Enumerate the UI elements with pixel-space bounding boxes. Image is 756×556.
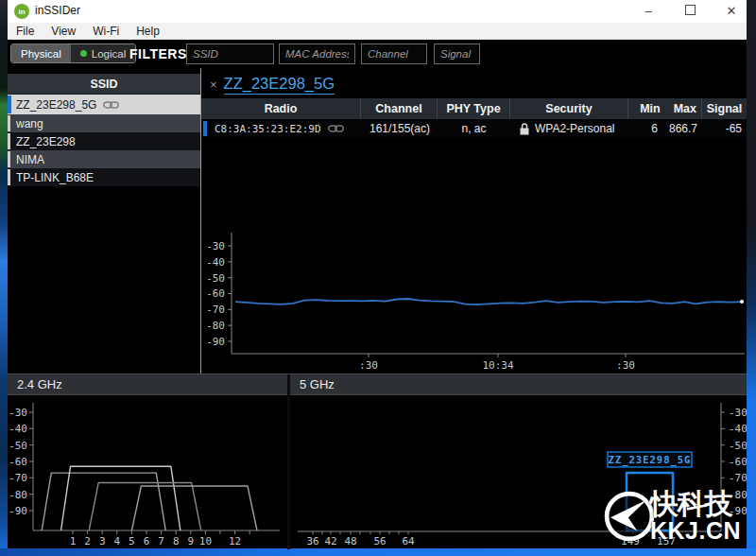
svg-text:-40: -40	[206, 256, 225, 269]
band-24ghz-chart[interactable]: -30-40-50-60-70-80-901234567891012	[8, 395, 287, 549]
ssid-list-panel: SSID ZZ_23E298_5G wang ZZ_23E298 NIMA	[8, 68, 201, 374]
svg-text:10: 10	[199, 535, 212, 547]
table-row[interactable]: C8:3A:35:23:E2:9D 161/155(ac) n, ac	[201, 119, 747, 138]
svg-text::30: :30	[359, 359, 378, 371]
band-24ghz-header: 2.4 GHz	[8, 374, 287, 395]
link-icon	[103, 101, 119, 109]
channel-filter-input[interactable]	[361, 43, 427, 64]
kkj-watermark: 快科技 KKJ.CN	[603, 490, 741, 543]
radio-signal: -65	[702, 119, 747, 138]
svg-text:-70: -70	[9, 472, 27, 484]
radio-table: Radio Channel PHY Type Security Min Max …	[201, 98, 747, 138]
svg-text:42: 42	[324, 535, 336, 547]
inssider-logo-icon: in	[14, 4, 29, 19]
ssid-list-item[interactable]: wang	[8, 114, 200, 132]
window-title: inSSIDer	[35, 4, 80, 17]
col-max: Max	[674, 102, 696, 115]
col-min-max[interactable]: Min Max	[628, 98, 702, 119]
filters-label: FILTERS:	[129, 46, 192, 61]
svg-text:-40: -40	[9, 423, 27, 435]
ssid-list-item[interactable]: ZZ_23E298	[8, 132, 200, 150]
col-phy-type[interactable]: PHY Type	[438, 98, 510, 119]
view-mode-toggle: Physical Logical	[10, 43, 136, 63]
title-bar[interactable]: in inSSIDer – ✕	[8, 0, 747, 23]
col-radio[interactable]: Radio	[201, 98, 361, 119]
svg-text:3: 3	[99, 535, 106, 547]
ssid-filter-input[interactable]	[186, 43, 274, 64]
ssid-list-item[interactable]: TP-LINK_B68E	[8, 168, 200, 186]
svg-text:36: 36	[306, 535, 318, 547]
svg-text:-30: -30	[729, 407, 747, 419]
svg-text:-60: -60	[729, 456, 747, 468]
svg-text:1: 1	[70, 535, 77, 547]
kkj-logo-icon	[603, 490, 656, 543]
logical-toggle-button[interactable]: Logical	[71, 44, 135, 62]
svg-text:10:34: 10:34	[482, 359, 513, 371]
ssid-column-header[interactable]: SSID	[8, 74, 200, 95]
menu-view[interactable]: View	[43, 25, 84, 38]
col-min: Min	[640, 102, 661, 115]
radio-max: 866.7	[669, 122, 697, 135]
detail-tab[interactable]: × ZZ_23E298_5G	[201, 72, 335, 96]
mac-filter-input[interactable]	[279, 43, 355, 64]
svg-text:-50: -50	[206, 272, 225, 285]
desktop-edge-right	[747, 0, 756, 556]
svg-text:-60: -60	[206, 287, 225, 300]
row-indicator	[8, 133, 10, 149]
desktop: in inSSIDer – ✕ File View Wi-Fi Help Phy…	[0, 0, 756, 556]
detail-tab-title: ZZ_23E298_5G	[224, 75, 335, 95]
svg-text:8: 8	[173, 535, 180, 547]
svg-text:-40: -40	[729, 423, 747, 435]
svg-text:-90: -90	[206, 336, 225, 348]
link-icon	[328, 125, 344, 132]
minimize-button[interactable]: –	[639, 0, 658, 23]
radio-channel: 161/155(ac)	[361, 119, 438, 138]
band-5ghz-header: 5 GHz	[290, 374, 747, 395]
col-signal[interactable]: Signal	[702, 98, 747, 119]
tab-close-icon[interactable]: ×	[210, 78, 217, 92]
signal-time-chart[interactable]: -30-40-50-60-70-80-90:3010:34:30	[201, 227, 747, 371]
row-indicator	[8, 96, 11, 113]
svg-text:56: 56	[373, 535, 386, 547]
close-button[interactable]: ✕	[722, 0, 741, 23]
filter-bar: Physical Logical FILTERS:	[8, 40, 747, 68]
col-security[interactable]: Security	[510, 98, 628, 119]
svg-text:64: 64	[402, 535, 415, 547]
svg-text:-90: -90	[9, 505, 27, 517]
col-channel[interactable]: Channel	[361, 98, 438, 119]
logical-status-dot-icon	[80, 50, 87, 57]
svg-text:6: 6	[144, 535, 150, 547]
svg-text:7: 7	[158, 535, 164, 547]
maximize-button[interactable]	[680, 0, 699, 23]
inssider-window: in inSSIDer – ✕ File View Wi-Fi Help Phy…	[8, 0, 747, 548]
radio-min: 6	[651, 122, 658, 135]
menu-help[interactable]: Help	[128, 25, 168, 38]
desktop-edge-left	[0, 0, 8, 556]
physical-toggle-button[interactable]: Physical	[11, 44, 71, 62]
signal-filter-input[interactable]	[434, 43, 480, 64]
svg-text:-70: -70	[206, 304, 225, 316]
svg-text:9: 9	[187, 535, 194, 547]
band-24ghz-panel: 2.4 GHz -30-40-50-60-70-80-9012345678910…	[8, 374, 287, 549]
row-indicator	[8, 115, 10, 131]
svg-text:ZZ_23E298_5G: ZZ_23E298_5G	[609, 454, 692, 466]
svg-text:-50: -50	[9, 440, 27, 452]
menu-wifi[interactable]: Wi-Fi	[84, 25, 128, 38]
svg-text:-30: -30	[9, 407, 27, 419]
ssid-list-item[interactable]: ZZ_23E298_5G	[8, 95, 200, 114]
radio-phy: n, ac	[438, 119, 510, 138]
ssid-list-item[interactable]: NIMA	[8, 150, 200, 168]
watermark-cn-text: 快科技	[650, 490, 741, 518]
svg-text:48: 48	[344, 535, 356, 547]
svg-text:-60: -60	[9, 456, 27, 468]
svg-text:5: 5	[129, 535, 135, 547]
svg-text::30: :30	[616, 359, 635, 371]
menu-file[interactable]: File	[8, 25, 43, 38]
watermark-en-text: KKJ.CN	[650, 519, 741, 543]
network-detail-panel: × ZZ_23E298_5G Radio Channel PHY Type Se…	[201, 68, 747, 374]
row-indicator	[8, 151, 10, 167]
table-header-row: Radio Channel PHY Type Security Min Max …	[201, 98, 747, 119]
lock-icon	[520, 123, 529, 135]
svg-text:-50: -50	[729, 440, 747, 452]
row-color-indicator	[203, 121, 207, 136]
